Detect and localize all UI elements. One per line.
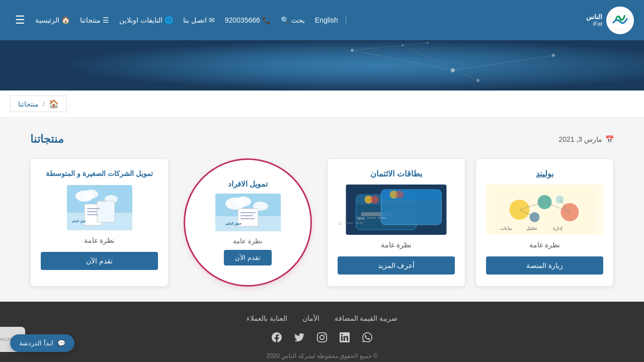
product-card-personal: تمويل الافراد — [179, 158, 317, 287]
menu-icon: ☰ — [103, 16, 109, 24]
logo-circle — [606, 7, 634, 34]
products-grid: بوليند بيانات تحليل إدارة — [30, 158, 614, 287]
chat-widget[interactable]: 💬 ابدأ الدردشة — [10, 334, 74, 352]
credit-button[interactable]: أعرف المزيد — [338, 256, 455, 275]
section-header: 📅 مارس 3, 2021 منتجاتنا — [30, 133, 614, 146]
product-card-credit: بطاقات الائتمان **** **** 4521 — [327, 158, 465, 287]
nav-online[interactable]: 🌐 النايفات اونلاين — [119, 16, 173, 24]
svg-text:إدارة: إدارة — [553, 226, 562, 231]
globe-icon: 🌐 — [165, 16, 173, 24]
footer-link-support[interactable]: العناية بالعملاء — [247, 314, 287, 322]
email-icon: ✉ — [209, 16, 215, 24]
svg-text:بيانات: بيانات — [501, 226, 512, 231]
product-card-sme: تمويل الشركات الصغيرة و المتوسطة حقق الح… — [30, 158, 169, 287]
boliend-title: بوليند — [486, 169, 603, 178]
hamburger-menu[interactable]: ☰ — [15, 14, 25, 27]
footer-copyright: © جميع الحقوق محفوظة لشركة الناس 2020 — [10, 352, 634, 359]
breadcrumb-separator: / — [43, 100, 45, 108]
header: الناس iFat ☰ 🏠 الرئيسية ☰ منتجاتنا 🌐 الن… — [0, 0, 644, 40]
main-content: 📅 مارس 3, 2021 منتجاتنا بوليند — [0, 118, 644, 302]
svg-point-37 — [396, 191, 404, 199]
svg-point-1 — [618, 18, 622, 22]
svg-rect-58 — [87, 208, 100, 209]
nav-contact[interactable]: ✉ اتصل بنا — [183, 16, 215, 24]
svg-rect-60 — [87, 214, 98, 215]
svg-point-31 — [371, 196, 379, 204]
svg-rect-57 — [97, 201, 115, 222]
nav-home[interactable]: 🏠 الرئيسية — [35, 16, 70, 24]
breadcrumb: 🏠 / منتجاتنا — [10, 96, 67, 112]
breadcrumb-home-icon[interactable]: 🏠 — [49, 99, 59, 109]
svg-text:حقق الحلم: حقق الحلم — [225, 222, 242, 226]
svg-text:**** **** 7891: **** **** 7891 — [356, 217, 386, 221]
chat-label: ابدأ الدردشة — [19, 339, 53, 347]
calendar-icon: 📅 — [605, 135, 614, 143]
facebook-icon[interactable] — [269, 330, 284, 345]
svg-point-7 — [351, 49, 354, 52]
svg-rect-2 — [0, 40, 644, 90]
section-title: منتجاتنا — [30, 133, 64, 146]
credit-overview: نظرة عامة — [338, 241, 455, 249]
credit-title: بطاقات الائتمان — [338, 169, 455, 178]
product-card-boliend: بوليند بيانات تحليل إدارة — [475, 158, 614, 287]
logo-latin: iFat — [586, 21, 602, 27]
footer-links: ضريبة القيمة المضافة الأمان العناية بالع… — [10, 314, 634, 322]
sme-title: تمويل الشركات الصغيرة و المتوسطة — [41, 169, 158, 179]
logo[interactable]: الناس iFat — [586, 7, 634, 34]
linkedin-icon[interactable] — [337, 330, 352, 345]
svg-point-11 — [476, 79, 479, 82]
nav-phone[interactable]: 📞 920035666 — [225, 16, 271, 24]
whatsapp-icon[interactable] — [360, 330, 375, 345]
svg-rect-46 — [240, 212, 256, 213]
svg-rect-47 — [240, 215, 253, 216]
boliend-overview: نظرة عامة — [486, 241, 603, 249]
sme-overview: نظرة عامة — [41, 236, 158, 244]
breadcrumb-current: منتجاتنا — [18, 100, 39, 108]
svg-point-9 — [552, 54, 555, 57]
breadcrumb-bar: 🏠 / منتجاتنا — [0, 90, 644, 118]
svg-point-10 — [427, 42, 429, 44]
svg-point-8 — [451, 68, 455, 72]
nav-search[interactable]: بحث 🔍 — [281, 16, 305, 24]
phone-icon: 📞 — [262, 16, 271, 24]
logo-arabic: الناس — [586, 14, 602, 21]
footer: ضريبة القيمة المضافة الأمان العناية بالع… — [0, 302, 644, 362]
credit-image: **** **** 4521 **** **** 7891 — [338, 185, 455, 235]
svg-point-54 — [84, 190, 98, 199]
svg-point-43 — [235, 197, 251, 207]
boliend-button[interactable]: زيارة المنصة — [486, 256, 603, 275]
nav-products[interactable]: ☰ منتجاتنا — [80, 16, 109, 24]
personal-button[interactable]: تقدم الآن — [224, 250, 272, 265]
personal-title: تمويل الافراد — [228, 179, 268, 189]
nav-english[interactable]: English — [315, 16, 346, 24]
svg-text:**** **** 4521: **** **** 4521 — [338, 222, 364, 226]
twitter-icon[interactable] — [292, 330, 307, 345]
date-text: مارس 3, 2021 — [558, 135, 602, 143]
svg-rect-48 — [240, 218, 255, 219]
chat-icon: 💬 — [57, 339, 65, 347]
boliend-image: بيانات تحليل إدارة — [486, 185, 603, 235]
main-nav: ☰ 🏠 الرئيسية ☰ منتجاتنا 🌐 النايفات اونلا… — [10, 14, 346, 27]
home-nav-icon: 🏠 — [61, 16, 70, 24]
sme-button[interactable]: تقدم الآن — [41, 252, 158, 270]
svg-point-12 — [401, 44, 404, 46]
footer-link-security[interactable]: الأمان — [302, 314, 319, 322]
personal-overview: نظرة عامة — [233, 237, 263, 245]
footer-link-vat[interactable]: ضريبة القيمة المضافة — [335, 314, 398, 322]
instagram-icon[interactable] — [314, 330, 330, 345]
search-icon: 🔍 — [281, 16, 289, 24]
date-badge: 📅 مارس 3, 2021 — [558, 135, 614, 143]
hero-banner — [0, 40, 644, 90]
svg-text:تحليل: تحليل — [526, 226, 537, 231]
svg-rect-59 — [87, 211, 97, 212]
personal-image: حقق الحلم — [215, 194, 281, 233]
sme-image: حقق الحلم — [67, 185, 132, 230]
footer-social — [10, 330, 634, 345]
svg-text:حقق الحلم: حقق الحلم — [72, 220, 86, 223]
